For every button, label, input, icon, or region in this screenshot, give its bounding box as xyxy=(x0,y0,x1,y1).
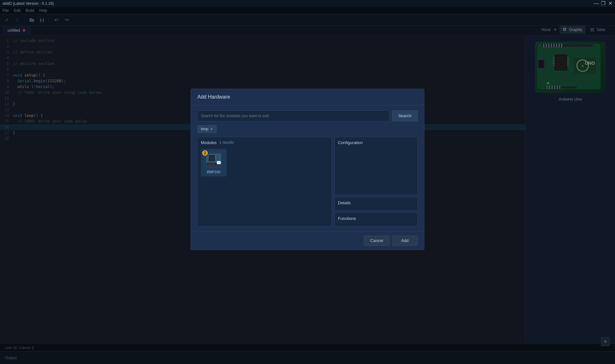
filter-row: bmp × xyxy=(197,125,418,133)
svg-rect-51 xyxy=(208,156,209,157)
module-name: BMP180 xyxy=(207,170,220,174)
title-bar: skiiiD (Latest Version - 0.1.16) — ❐ ✕ xyxy=(0,0,615,7)
cancel-button[interactable]: Cancel xyxy=(364,236,390,246)
functions-section: Functions xyxy=(334,213,418,226)
app-title: skiiiD (Latest Version - 0.1.16) xyxy=(3,1,54,6)
dialog-title: Add Hardware xyxy=(191,89,424,105)
svg-rect-52 xyxy=(208,157,209,158)
svg-rect-62 xyxy=(212,162,213,166)
filter-tag-remove-icon[interactable]: × xyxy=(210,126,213,132)
svg-rect-55 xyxy=(215,157,216,158)
results-count: 1 results xyxy=(219,140,234,145)
svg-rect-50 xyxy=(209,156,214,160)
search-row: Search xyxy=(197,110,418,121)
modules-panel: Modules 1 results 2 xyxy=(197,137,332,226)
svg-rect-56 xyxy=(215,158,216,159)
svg-rect-64 xyxy=(217,161,221,164)
configuration-title: Configuration xyxy=(338,140,414,145)
minimize-button[interactable]: — xyxy=(594,1,598,6)
module-badge: 2 xyxy=(201,150,209,157)
modules-label: Modules xyxy=(201,140,217,145)
svg-rect-58 xyxy=(217,158,219,160)
close-button[interactable]: ✕ xyxy=(608,1,612,6)
details-title: Details xyxy=(338,200,414,205)
title-bar-left: skiiiD (Latest Version - 0.1.16) xyxy=(3,1,54,6)
modules-config-row: Modules 1 results 2 xyxy=(197,137,418,226)
details-section: Details xyxy=(334,197,418,211)
dialog-body: Search bmp × Modules 1 results xyxy=(191,105,424,231)
window-controls: — ❐ ✕ xyxy=(594,1,612,6)
svg-rect-54 xyxy=(215,156,216,157)
functions-title: Functions xyxy=(338,216,414,221)
svg-rect-63 xyxy=(214,162,215,166)
svg-rect-61 xyxy=(210,162,211,166)
svg-rect-53 xyxy=(208,158,209,159)
add-hardware-dialog: Add Hardware Search bmp × xyxy=(191,89,424,250)
maximize-button[interactable]: ❐ xyxy=(601,1,605,6)
search-input[interactable] xyxy=(197,110,390,121)
svg-rect-57 xyxy=(217,155,219,157)
add-button[interactable]: Add xyxy=(392,236,418,246)
modules-header: Modules 1 results xyxy=(201,140,328,145)
config-panel: Configuration Details Functions xyxy=(334,137,418,226)
dialog-overlay: Add Hardware Search bmp × xyxy=(0,0,615,364)
module-item-bmp180[interactable]: 2 xyxy=(201,149,226,176)
filter-tag-label: bmp xyxy=(201,127,208,131)
filter-tag-bmp[interactable]: bmp × xyxy=(197,125,217,133)
dialog-footer: Cancel Add xyxy=(191,231,424,250)
svg-rect-60 xyxy=(208,162,209,166)
configuration-section: Configuration xyxy=(334,137,418,195)
search-button[interactable]: Search xyxy=(392,110,418,121)
